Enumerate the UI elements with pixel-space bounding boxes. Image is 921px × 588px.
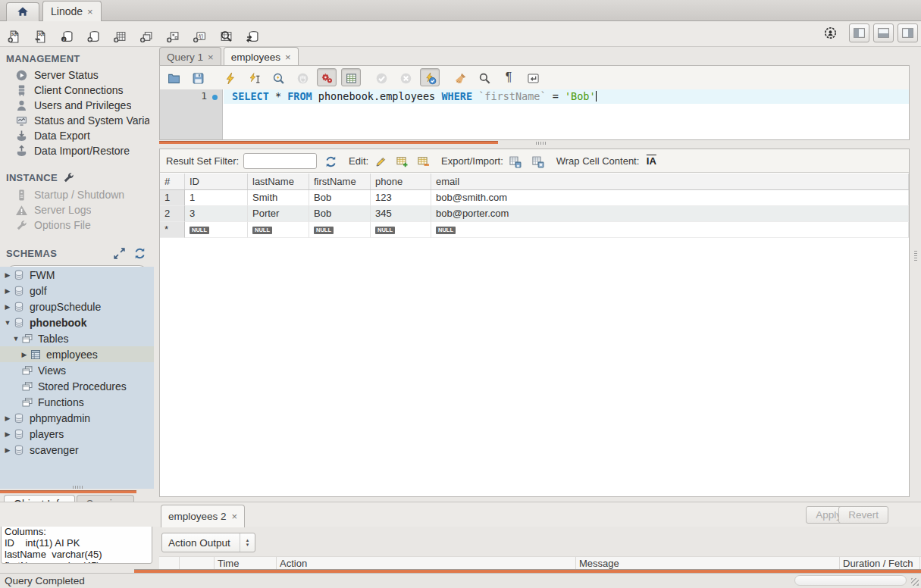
- sql-statement[interactable]: SELECT * FROM phonebook.employees WHERE …: [232, 90, 597, 102]
- horizontal-scrollbar-thumb[interactable]: [794, 575, 907, 586]
- result-set-tab[interactable]: employees 2 ×: [161, 505, 245, 527]
- limit-rows-button[interactable]: [341, 68, 361, 86]
- row-number-cell[interactable]: 2: [160, 206, 185, 222]
- column-header-id[interactable]: ID: [185, 174, 248, 189]
- tree-item-phonebook[interactable]: ▼phonebook: [0, 314, 154, 330]
- tree-item-views[interactable]: Views: [0, 362, 154, 378]
- reconnect-dbms-button[interactable]: [242, 23, 263, 45]
- add-row-button[interactable]: [393, 152, 411, 169]
- delete-row-button[interactable]: [414, 152, 432, 169]
- tree-item-golf[interactable]: ▶golf: [0, 283, 154, 299]
- create-function-button[interactable]: f(): [189, 23, 210, 45]
- open-file-button[interactable]: [164, 68, 183, 86]
- schema-inspector-button[interactable]: i: [56, 23, 77, 45]
- sidebar-item-server-status[interactable]: Server Status: [0, 67, 154, 83]
- data-cell[interactable]: 123: [371, 190, 431, 206]
- preferences-button[interactable]: [821, 24, 839, 42]
- toggle-right-sidebar-button[interactable]: [898, 23, 918, 42]
- close-icon[interactable]: ×: [285, 52, 291, 63]
- sql-code-editor[interactable]: 1 SELECT * FROM phonebook.employees WHER…: [160, 89, 909, 139]
- chevron-right-icon[interactable]: ▶: [3, 446, 12, 454]
- execute-button[interactable]: [220, 68, 240, 86]
- row-number-cell[interactable]: *: [160, 222, 185, 238]
- tree-item-functions[interactable]: Functions: [0, 394, 154, 410]
- editor-tab-query-1[interactable]: Query 1×: [159, 47, 221, 66]
- create-table-button[interactable]: [109, 23, 130, 45]
- tree-item-fwm[interactable]: ▶FWM: [0, 267, 154, 283]
- refresh-schemas-icon[interactable]: [133, 247, 146, 260]
- data-cell[interactable]: NULL: [185, 222, 248, 238]
- tree-item-scavenger[interactable]: ▶scavenger: [0, 442, 154, 458]
- data-cell[interactable]: bob@smith.com: [431, 190, 909, 206]
- create-procedure-button[interactable]: [162, 23, 183, 45]
- sidebar-item-users-and-privileges[interactable]: Users and Privileges: [0, 98, 154, 113]
- selector-spinner[interactable]: ▲▼: [240, 533, 255, 552]
- output-type-selector[interactable]: Action Output ▲▼: [161, 533, 255, 552]
- splitter-grip[interactable]: [73, 486, 83, 489]
- column-header-email[interactable]: email: [431, 174, 909, 189]
- result-filter-input[interactable]: [243, 153, 317, 169]
- splitter-grip[interactable]: [536, 142, 547, 145]
- search-table-data-button[interactable]: [215, 23, 237, 45]
- chevron-right-icon[interactable]: ▶: [3, 287, 12, 295]
- chevron-down-icon[interactable]: ▼: [11, 335, 20, 342]
- column-header-firstname[interactable]: firstName: [309, 174, 371, 189]
- toggle-autocommit-button[interactable]: [420, 68, 440, 86]
- right-splitter-grip[interactable]: [914, 250, 917, 261]
- close-icon[interactable]: ×: [208, 52, 214, 63]
- tree-item-phpmyadmin[interactable]: ▶phpmyadmin: [0, 410, 154, 426]
- expand-panel-icon[interactable]: [113, 247, 126, 260]
- tree-item-groupschedule[interactable]: ▶groupSchedule: [0, 299, 154, 314]
- tree-item-stored-procedures[interactable]: Stored Procedures: [0, 378, 154, 394]
- column-header-phone[interactable]: phone: [371, 174, 431, 189]
- sidebar-item-client-connections[interactable]: Client Connections: [0, 83, 154, 98]
- rollback-button[interactable]: [396, 68, 415, 86]
- find-button[interactable]: [475, 68, 494, 86]
- toggle-stop-on-error-button[interactable]: [317, 68, 337, 86]
- chevron-down-icon[interactable]: ▼: [3, 319, 12, 327]
- sidebar-item-status-and-system-variables[interactable]: Status and System Variables: [0, 113, 154, 128]
- data-cell[interactable]: 3: [185, 206, 248, 222]
- wrap-cell-content-toggle[interactable]: IA: [642, 152, 660, 169]
- data-cell[interactable]: Porter: [248, 206, 309, 222]
- column-header-[interactable]: #: [160, 174, 185, 189]
- data-cell[interactable]: 1: [185, 190, 248, 206]
- export-recordset-button[interactable]: [506, 152, 525, 169]
- data-cell[interactable]: Bob: [309, 206, 371, 222]
- edit-cell-button[interactable]: [371, 152, 390, 169]
- execute-current-statement-button[interactable]: [244, 68, 264, 86]
- tree-item-players[interactable]: ▶players: [0, 426, 154, 442]
- explain-plan-button[interactable]: [268, 68, 288, 86]
- data-cell[interactable]: bob@porter.com: [431, 206, 909, 222]
- create-view-button[interactable]: [136, 23, 157, 45]
- data-cell[interactable]: 345: [371, 206, 431, 222]
- chevron-right-icon[interactable]: ▶: [3, 430, 12, 438]
- import-records-button[interactable]: [529, 152, 547, 169]
- resize-grip[interactable]: [911, 578, 919, 586]
- row-number-cell[interactable]: 1: [160, 190, 185, 206]
- save-script-button[interactable]: [188, 68, 208, 86]
- column-header-lastname[interactable]: lastName: [248, 174, 309, 189]
- data-cell[interactable]: NULL: [248, 222, 309, 238]
- commit-button[interactable]: [371, 68, 391, 86]
- toggle-bottom-panel-button[interactable]: [873, 23, 894, 42]
- create-schema-button[interactable]: [83, 23, 104, 45]
- chevron-right-icon[interactable]: ▶: [3, 303, 12, 311]
- toggle-left-sidebar-button[interactable]: [849, 23, 869, 42]
- chevron-right-icon[interactable]: ▶: [3, 414, 12, 422]
- editor-result-splitter[interactable]: [159, 140, 921, 148]
- tree-item-tables[interactable]: ▼Tables: [0, 330, 154, 346]
- data-cell[interactable]: Bob: [309, 190, 371, 206]
- stop-query-button[interactable]: [293, 68, 312, 86]
- data-cell[interactable]: NULL: [309, 222, 371, 238]
- new-sql-tab-button[interactable]: SQL: [3, 23, 24, 45]
- data-cell[interactable]: NULL: [371, 222, 431, 238]
- sidebar-splitter[interactable]: [0, 489, 154, 495]
- chevron-right-icon[interactable]: ▶: [20, 351, 29, 358]
- editor-tab-employees[interactable]: employees×: [224, 47, 299, 66]
- data-cell[interactable]: Smith: [248, 190, 309, 206]
- sidebar-item-data-export[interactable]: Data Export: [0, 128, 154, 143]
- close-icon[interactable]: ×: [232, 511, 238, 522]
- clear-query-button[interactable]: [450, 68, 470, 86]
- data-cell[interactable]: NULL: [431, 222, 909, 238]
